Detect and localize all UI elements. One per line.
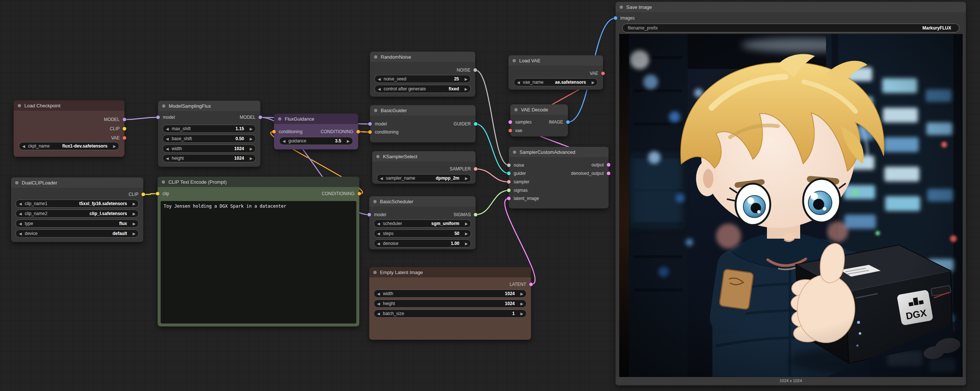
collapse-dot-icon[interactable] [162, 180, 165, 184]
port-dot-icon[interactable] [507, 180, 511, 184]
port-dot-icon[interactable] [368, 213, 371, 217]
increment-arrow-icon[interactable]: ▶ [130, 212, 138, 216]
widget-control-after-generate[interactable]: ◀control after generatefixed▶ [374, 85, 471, 93]
widget-ckpt-name[interactable]: ◀ckpt_nameflux1-dev.safetensors▶ [19, 142, 119, 150]
port-dot-icon[interactable] [474, 213, 477, 217]
node-header-sampler-custom-advanced[interactable]: SamplerCustomAdvanced [509, 147, 609, 157]
port-dot-icon[interactable] [566, 120, 570, 124]
node-load-checkpoint[interactable]: Load CheckpointMODELCLIPVAE◀ckpt_nameflu… [14, 100, 124, 157]
output-port-CLIP[interactable]: CLIP [129, 192, 145, 197]
increment-arrow-icon[interactable]: ▶ [247, 147, 256, 151]
collapse-dot-icon[interactable] [376, 155, 380, 158]
output-port-SAMPLER[interactable]: SAMPLER [450, 166, 477, 172]
decrement-arrow-icon[interactable]: ◀ [375, 77, 383, 81]
widget-denoise[interactable]: ◀denoise1.00▶ [374, 239, 471, 247]
input-port-samples[interactable]: samples [509, 119, 532, 125]
decrement-arrow-icon[interactable]: ◀ [374, 312, 383, 316]
input-port-noise[interactable]: noise [507, 162, 524, 168]
input-port-clip[interactable]: clip [156, 191, 169, 196]
port-dot-icon[interactable] [123, 118, 126, 121]
widget-scheduler[interactable]: ◀schedulersgm_uniform▶ [374, 220, 471, 228]
node-header-load-checkpoint[interactable]: Load Checkpoint [14, 100, 124, 111]
increment-arrow-icon[interactable]: ▶ [130, 232, 138, 236]
decrement-arrow-icon[interactable]: ◀ [163, 147, 172, 151]
decrement-arrow-icon[interactable]: ◀ [374, 302, 383, 306]
port-dot-icon[interactable] [509, 120, 512, 124]
widget-clip-name2[interactable]: ◀clip_name2clip_l.safetensors▶ [16, 209, 139, 218]
output-port-MODEL[interactable]: MODEL [240, 114, 262, 120]
increment-arrow-icon[interactable]: ▶ [589, 81, 597, 84]
node-vae-decode[interactable]: VAE DecodesamplesvaeIMAGE [510, 104, 568, 136]
node-flux-guidance[interactable]: FluxGuidanceconditioningCONDITIONING◀gui… [274, 114, 358, 149]
increment-arrow-icon[interactable]: ▶ [461, 87, 471, 91]
port-dot-icon[interactable] [507, 188, 511, 192]
node-header-flux-guidance[interactable]: FluxGuidance [274, 114, 358, 124]
decrement-arrow-icon[interactable]: ◀ [280, 139, 288, 143]
output-port-CONDITIONING[interactable]: CONDITIONING [321, 191, 361, 196]
node-header-vae-decode[interactable]: VAE Decode [510, 104, 568, 115]
prompt-textarea[interactable]: Toy Jensen holding a DGX Spark in a data… [161, 201, 356, 323]
widget-device[interactable]: ◀devicedefault▶ [16, 230, 139, 237]
collapse-dot-icon[interactable] [278, 117, 282, 120]
collapse-dot-icon[interactable] [512, 59, 516, 62]
output-port-VAE[interactable]: VAE [590, 70, 605, 76]
node-header-ksampler-select[interactable]: KSamplerSelect [372, 151, 476, 161]
port-dot-icon[interactable] [507, 171, 511, 175]
node-header-clip-text-encode[interactable]: CLIP Text Encode (Prompt) [158, 177, 359, 187]
node-header-dual-clip-loader[interactable]: DualCLIPLoader [11, 177, 143, 188]
node-header-basic-scheduler[interactable]: BasicScheduler [369, 196, 476, 207]
increment-arrow-icon[interactable]: ▶ [247, 157, 256, 160]
decrement-arrow-icon[interactable]: ◀ [16, 232, 25, 236]
decrement-arrow-icon[interactable]: ◀ [374, 222, 383, 226]
decrement-arrow-icon[interactable]: ◀ [377, 176, 386, 180]
node-header-basic-guider[interactable]: BasicGuider [370, 105, 476, 116]
port-dot-icon[interactable] [368, 130, 372, 134]
decrement-arrow-icon[interactable]: ◀ [16, 202, 25, 206]
output-port-NOISE[interactable]: NOISE [457, 67, 477, 73]
output-port-CLIP[interactable]: CLIP [110, 126, 126, 132]
input-port-model[interactable]: model [368, 212, 386, 218]
collapse-dot-icon[interactable] [15, 181, 19, 184]
output-port-LATENT[interactable]: LATENT [509, 282, 533, 287]
input-port-conditioning[interactable]: conditioning [368, 129, 398, 135]
decrement-arrow-icon[interactable]: ◀ [375, 87, 383, 91]
node-header-save-image[interactable]: Save Image [616, 2, 966, 12]
decrement-arrow-icon[interactable]: ◀ [374, 232, 383, 236]
port-dot-icon[interactable] [614, 16, 617, 20]
widget-base-shift[interactable]: ◀base_shift0.50▶ [162, 135, 256, 143]
increment-arrow-icon[interactable]: ▶ [462, 242, 471, 246]
collapse-dot-icon[interactable] [162, 104, 165, 108]
increment-arrow-icon[interactable]: ▶ [247, 137, 256, 141]
output-port-IMAGE[interactable]: IMAGE [549, 119, 570, 125]
widget-clip-name1[interactable]: ◀clip_name1t5xxl_fp16.safetensors▶ [16, 199, 139, 208]
node-sampler-custom-advanced[interactable]: SamplerCustomAdvancednoiseguidersamplers… [509, 147, 609, 208]
widget-width[interactable]: ◀width1024▶ [162, 145, 256, 153]
increment-arrow-icon[interactable]: ▶ [462, 222, 471, 226]
input-port-model[interactable]: model [156, 114, 175, 120]
collapse-dot-icon[interactable] [514, 108, 518, 111]
input-port-model[interactable]: model [368, 121, 387, 127]
decrement-arrow-icon[interactable]: ◀ [19, 144, 28, 148]
port-dot-icon[interactable] [356, 130, 360, 133]
port-dot-icon[interactable] [123, 136, 126, 140]
widget-width[interactable]: ◀width1024▶ [374, 290, 527, 298]
node-header-empty-latent-image[interactable]: Empty Latent Image [369, 267, 531, 277]
node-basic-guider[interactable]: BasicGuidermodelconditioningGUIDER [370, 105, 476, 142]
increment-arrow-icon[interactable]: ▶ [130, 202, 138, 206]
node-ksampler-select[interactable]: KSamplerSelectSAMPLER◀sampler_namedpmpp_… [372, 151, 476, 184]
output-port-GUIDER[interactable]: GUIDER [453, 121, 477, 127]
input-port-latent_image[interactable]: latent_image [507, 195, 539, 201]
port-dot-icon[interactable] [272, 130, 276, 133]
decrement-arrow-icon[interactable]: ◀ [163, 137, 172, 141]
node-clip-text-encode[interactable]: CLIP Text Encode (Prompt)clipCONDITIONIN… [158, 177, 359, 326]
port-dot-icon[interactable] [123, 127, 126, 131]
port-dot-icon[interactable] [509, 129, 512, 133]
collapse-dot-icon[interactable] [373, 200, 377, 203]
collapse-dot-icon[interactable] [513, 150, 516, 154]
widget-max-shift[interactable]: ◀max_shift1.15▶ [162, 125, 256, 133]
input-port-conditioning[interactable]: conditioning [272, 129, 302, 135]
node-header-load-vae[interactable]: Load VAE [509, 55, 603, 66]
widget-height[interactable]: ◀height1024▶ [374, 299, 527, 308]
increment-arrow-icon[interactable]: ▶ [344, 139, 353, 143]
widget-height[interactable]: ◀height1024▶ [162, 154, 256, 162]
